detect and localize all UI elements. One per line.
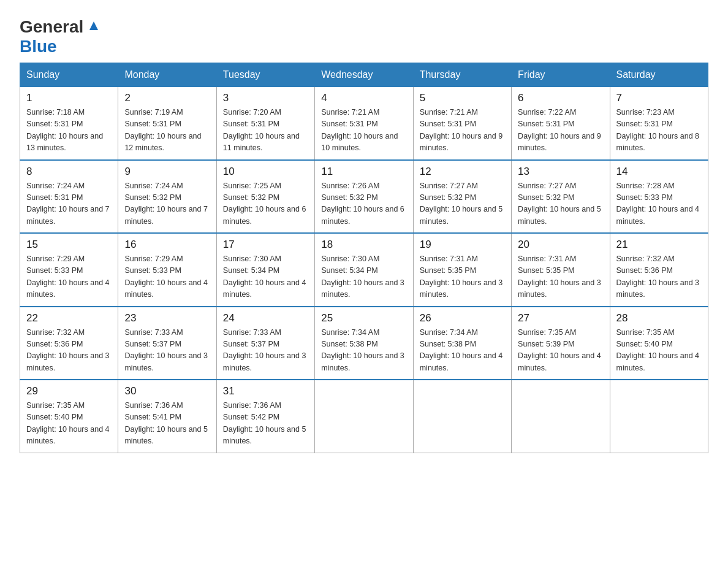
day-number: 28 <box>616 312 702 324</box>
day-number: 6 <box>518 92 603 104</box>
day-number: 7 <box>616 92 702 104</box>
day-info: Sunrise: 7:32 AM Sunset: 5:36 PM Dayligh… <box>26 327 112 375</box>
day-cell: 7 Sunrise: 7:23 AM Sunset: 5:31 PM Dayli… <box>610 87 708 160</box>
day-cell: 30 Sunrise: 7:36 AM Sunset: 5:41 PM Dayl… <box>118 380 216 453</box>
day-cell: 28 Sunrise: 7:35 AM Sunset: 5:40 PM Dayl… <box>610 307 708 380</box>
day-number: 22 <box>26 312 112 324</box>
day-info: Sunrise: 7:25 AM Sunset: 5:32 PM Dayligh… <box>223 180 308 228</box>
page-header: General Blue <box>20 15 708 56</box>
day-number: 3 <box>223 92 308 104</box>
day-cell <box>413 380 511 453</box>
day-cell: 3 Sunrise: 7:20 AM Sunset: 5:31 PM Dayli… <box>216 87 314 160</box>
day-cell: 4 Sunrise: 7:21 AM Sunset: 5:31 PM Dayli… <box>315 87 413 160</box>
day-number: 2 <box>124 92 210 104</box>
day-info: Sunrise: 7:31 AM Sunset: 5:35 PM Dayligh… <box>518 253 603 301</box>
svg-marker-0 <box>89 21 98 30</box>
day-cell: 22 Sunrise: 7:32 AM Sunset: 5:36 PM Dayl… <box>20 307 118 380</box>
day-number: 18 <box>321 239 406 251</box>
week-row-3: 15 Sunrise: 7:29 AM Sunset: 5:33 PM Dayl… <box>20 233 708 307</box>
day-cell: 18 Sunrise: 7:30 AM Sunset: 5:34 PM Dayl… <box>315 233 413 307</box>
day-number: 21 <box>616 239 702 251</box>
day-info: Sunrise: 7:32 AM Sunset: 5:36 PM Dayligh… <box>616 253 702 301</box>
day-number: 16 <box>124 239 210 251</box>
day-number: 12 <box>420 166 505 178</box>
day-number: 29 <box>26 385 112 397</box>
day-info: Sunrise: 7:27 AM Sunset: 5:32 PM Dayligh… <box>518 180 603 228</box>
week-row-4: 22 Sunrise: 7:32 AM Sunset: 5:36 PM Dayl… <box>20 307 708 380</box>
day-number: 27 <box>518 312 603 324</box>
day-cell: 10 Sunrise: 7:25 AM Sunset: 5:32 PM Dayl… <box>216 160 314 234</box>
day-cell: 25 Sunrise: 7:34 AM Sunset: 5:38 PM Dayl… <box>315 307 413 380</box>
day-info: Sunrise: 7:33 AM Sunset: 5:37 PM Dayligh… <box>223 327 308 375</box>
day-cell: 21 Sunrise: 7:32 AM Sunset: 5:36 PM Dayl… <box>610 233 708 307</box>
day-cell: 23 Sunrise: 7:33 AM Sunset: 5:37 PM Dayl… <box>118 307 216 380</box>
day-cell: 1 Sunrise: 7:18 AM Sunset: 5:31 PM Dayli… <box>20 87 118 160</box>
day-cell: 8 Sunrise: 7:24 AM Sunset: 5:31 PM Dayli… <box>20 160 118 234</box>
day-cell: 24 Sunrise: 7:33 AM Sunset: 5:37 PM Dayl… <box>216 307 314 380</box>
week-row-1: 1 Sunrise: 7:18 AM Sunset: 5:31 PM Dayli… <box>20 87 708 160</box>
day-info: Sunrise: 7:31 AM Sunset: 5:35 PM Dayligh… <box>420 253 505 301</box>
day-cell: 20 Sunrise: 7:31 AM Sunset: 5:35 PM Dayl… <box>512 233 610 307</box>
day-info: Sunrise: 7:30 AM Sunset: 5:34 PM Dayligh… <box>223 253 308 301</box>
week-row-5: 29 Sunrise: 7:35 AM Sunset: 5:40 PM Dayl… <box>20 380 708 453</box>
day-cell: 2 Sunrise: 7:19 AM Sunset: 5:31 PM Dayli… <box>118 87 216 160</box>
day-info: Sunrise: 7:29 AM Sunset: 5:33 PM Dayligh… <box>26 253 112 301</box>
day-info: Sunrise: 7:34 AM Sunset: 5:38 PM Dayligh… <box>420 327 505 375</box>
day-number: 31 <box>223 385 308 397</box>
day-number: 13 <box>518 166 603 178</box>
day-number: 4 <box>321 92 406 104</box>
day-cell <box>512 380 610 453</box>
day-cell: 6 Sunrise: 7:22 AM Sunset: 5:31 PM Dayli… <box>512 87 610 160</box>
day-cell: 17 Sunrise: 7:30 AM Sunset: 5:34 PM Dayl… <box>216 233 314 307</box>
day-number: 24 <box>223 312 308 324</box>
day-number: 19 <box>420 239 505 251</box>
day-info: Sunrise: 7:18 AM Sunset: 5:31 PM Dayligh… <box>26 107 112 155</box>
day-info: Sunrise: 7:24 AM Sunset: 5:32 PM Dayligh… <box>124 180 210 228</box>
day-info: Sunrise: 7:35 AM Sunset: 5:40 PM Dayligh… <box>616 327 702 375</box>
day-info: Sunrise: 7:20 AM Sunset: 5:31 PM Dayligh… <box>223 107 308 155</box>
col-header-wednesday: Wednesday <box>315 63 413 87</box>
logo-general: General <box>20 17 83 37</box>
week-row-2: 8 Sunrise: 7:24 AM Sunset: 5:31 PM Dayli… <box>20 160 708 234</box>
day-info: Sunrise: 7:30 AM Sunset: 5:34 PM Dayligh… <box>321 253 406 301</box>
day-number: 26 <box>420 312 505 324</box>
calendar-header-row: SundayMondayTuesdayWednesdayThursdayFrid… <box>20 63 708 87</box>
col-header-saturday: Saturday <box>610 63 708 87</box>
day-number: 15 <box>26 239 112 251</box>
day-info: Sunrise: 7:23 AM Sunset: 5:31 PM Dayligh… <box>616 107 702 155</box>
day-number: 9 <box>124 166 210 178</box>
day-number: 20 <box>518 239 603 251</box>
day-info: Sunrise: 7:35 AM Sunset: 5:39 PM Dayligh… <box>518 327 603 375</box>
day-cell: 11 Sunrise: 7:26 AM Sunset: 5:32 PM Dayl… <box>315 160 413 234</box>
day-cell: 5 Sunrise: 7:21 AM Sunset: 5:31 PM Dayli… <box>413 87 511 160</box>
day-cell: 15 Sunrise: 7:29 AM Sunset: 5:33 PM Dayl… <box>20 233 118 307</box>
day-number: 8 <box>26 166 112 178</box>
day-cell: 14 Sunrise: 7:28 AM Sunset: 5:33 PM Dayl… <box>610 160 708 234</box>
day-info: Sunrise: 7:22 AM Sunset: 5:31 PM Dayligh… <box>518 107 603 155</box>
day-info: Sunrise: 7:29 AM Sunset: 5:33 PM Dayligh… <box>124 253 210 301</box>
day-info: Sunrise: 7:19 AM Sunset: 5:31 PM Dayligh… <box>124 107 210 155</box>
day-info: Sunrise: 7:35 AM Sunset: 5:40 PM Dayligh… <box>26 400 112 448</box>
day-info: Sunrise: 7:36 AM Sunset: 5:42 PM Dayligh… <box>223 400 308 448</box>
day-cell: 9 Sunrise: 7:24 AM Sunset: 5:32 PM Dayli… <box>118 160 216 234</box>
day-info: Sunrise: 7:26 AM Sunset: 5:32 PM Dayligh… <box>321 180 406 228</box>
day-number: 25 <box>321 312 406 324</box>
day-info: Sunrise: 7:21 AM Sunset: 5:31 PM Dayligh… <box>321 107 406 155</box>
col-header-tuesday: Tuesday <box>216 63 314 87</box>
day-number: 23 <box>124 312 210 324</box>
day-cell: 29 Sunrise: 7:35 AM Sunset: 5:40 PM Dayl… <box>20 380 118 453</box>
day-info: Sunrise: 7:36 AM Sunset: 5:41 PM Dayligh… <box>124 400 210 448</box>
day-number: 5 <box>420 92 505 104</box>
day-cell: 13 Sunrise: 7:27 AM Sunset: 5:32 PM Dayl… <box>512 160 610 234</box>
col-header-monday: Monday <box>118 63 216 87</box>
day-number: 10 <box>223 166 308 178</box>
day-number: 17 <box>223 239 308 251</box>
day-cell <box>610 380 708 453</box>
calendar-table: SundayMondayTuesdayWednesdayThursdayFrid… <box>20 63 708 453</box>
day-number: 30 <box>124 385 210 397</box>
day-cell <box>315 380 413 453</box>
day-cell: 31 Sunrise: 7:36 AM Sunset: 5:42 PM Dayl… <box>216 380 314 453</box>
day-cell: 19 Sunrise: 7:31 AM Sunset: 5:35 PM Dayl… <box>413 233 511 307</box>
col-header-friday: Friday <box>512 63 610 87</box>
day-info: Sunrise: 7:33 AM Sunset: 5:37 PM Dayligh… <box>124 327 210 375</box>
